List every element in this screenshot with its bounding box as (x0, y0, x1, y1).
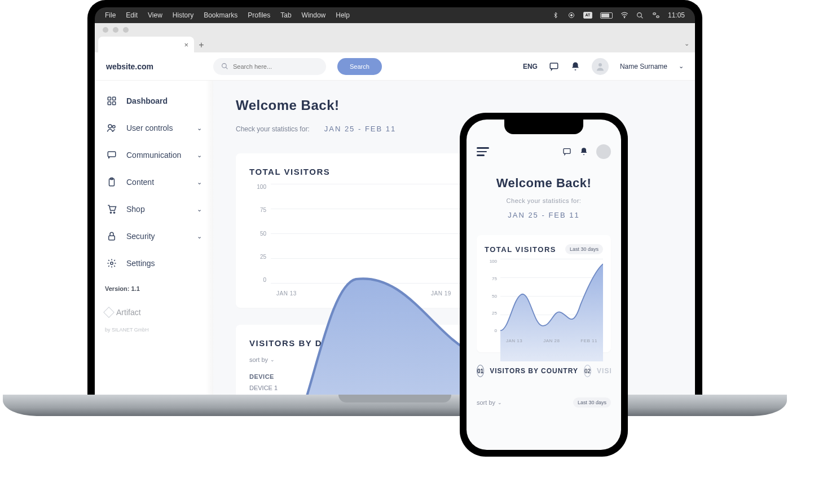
mac-menu-history[interactable]: History (173, 11, 193, 19)
sidebar-item-settings[interactable]: Settings (100, 250, 208, 277)
svg-rect-7 (550, 63, 558, 69)
cart-icon (106, 204, 117, 215)
close-tab-icon[interactable]: × (184, 41, 188, 49)
chevron-down-icon: ⌄ (498, 400, 502, 405)
svg-point-19 (113, 212, 115, 213)
range-pill[interactable]: Last 30 days (565, 244, 603, 254)
sort-by-label: sort by (249, 356, 268, 363)
lock-icon (106, 231, 117, 242)
y-tick: 50 (249, 231, 266, 237)
mac-menu-right: AT 11:05 (552, 11, 685, 19)
x-axis: JAN 13 JAN 28 FEB 11 (500, 338, 603, 343)
phone-inner: Welcome Back! Check your statistics for:… (467, 120, 621, 450)
search-button[interactable]: Search (337, 58, 382, 75)
control-center-icon[interactable] (652, 11, 660, 19)
messages-icon[interactable] (549, 61, 559, 72)
mac-menubar: File Edit View History Bookmarks Profile… (95, 7, 695, 23)
chevron-down-icon: ⌄ (197, 152, 202, 159)
search-input[interactable] (233, 63, 318, 70)
y-tick: 25 (485, 311, 497, 316)
new-tab-button[interactable]: + (194, 38, 209, 52)
area-chart (500, 259, 603, 361)
search-icon (221, 63, 228, 70)
svg-rect-9 (108, 97, 111, 100)
phone-sort-row: sort by ⌄ Last 30 days (477, 397, 611, 408)
y-axis: 100 75 50 25 0 (249, 184, 266, 283)
svg-rect-12 (113, 102, 116, 105)
mac-menu-bookmarks[interactable]: Bookmarks (204, 11, 237, 19)
topbar-right: ENG Name Surname ⌄ (523, 58, 684, 75)
browser-chrome: × + ⌄ (95, 23, 695, 52)
sidebar-item-label: Communication (126, 151, 181, 160)
sort-by-label: sort by (477, 399, 495, 406)
sidebar-item-security[interactable]: Security ⌄ (100, 223, 208, 250)
svg-point-14 (113, 126, 116, 129)
bluetooth-icon[interactable] (552, 11, 560, 19)
y-tick: 100 (249, 184, 266, 190)
clipboard-icon (106, 176, 117, 188)
stats-range[interactable]: JAN 25 - FEB 11 (318, 121, 403, 136)
mac-clock[interactable]: 11:05 (668, 11, 685, 19)
mac-menu-file[interactable]: File (105, 11, 116, 19)
mac-menu-window[interactable]: Window (302, 11, 326, 19)
notifications-icon[interactable] (570, 61, 580, 72)
mac-menu-tab[interactable]: Tab (280, 11, 291, 19)
record-icon[interactable] (567, 11, 575, 19)
sidebar-item-dashboard[interactable]: Dashboard (100, 87, 208, 114)
chart-total-visitors-mobile: 100 75 50 25 0 (485, 259, 603, 343)
phone-topbar-right (562, 144, 611, 159)
stats-range[interactable]: JAN 25 - FEB 11 (477, 211, 611, 219)
traffic-max[interactable] (123, 27, 129, 33)
y-tick: 50 (485, 294, 497, 299)
mac-menu-profiles[interactable]: Profiles (248, 11, 270, 19)
browser-tab[interactable]: × (98, 37, 194, 52)
svg-point-1 (570, 15, 572, 16)
svg-rect-4 (653, 13, 656, 15)
mac-menu-view[interactable]: View (148, 11, 162, 19)
mac-menu-help[interactable]: Help (336, 11, 350, 19)
language-switch[interactable]: ENG (523, 63, 538, 70)
range-pill[interactable]: Last 30 days (573, 397, 611, 408)
brand: website.com (106, 62, 202, 71)
mac-menu-edit[interactable]: Edit (126, 11, 138, 19)
product-by: by SILANET GmbH (105, 327, 149, 333)
stats-for-label: Check your statistics for: (236, 125, 310, 133)
y-tick: 0 (485, 328, 497, 333)
avatar[interactable] (596, 144, 611, 159)
section-01-badge[interactable]: 01 (477, 365, 484, 377)
sidebar-item-shop[interactable]: Shop ⌄ (100, 196, 208, 223)
sidebar-item-communication[interactable]: Communication ⌄ (100, 142, 208, 169)
menu-icon[interactable] (477, 147, 489, 156)
section-02-badge[interactable]: 02 (584, 365, 591, 377)
y-tick: 75 (485, 276, 497, 281)
battery-icon[interactable] (600, 12, 613, 19)
product-name: Artifact (116, 308, 141, 317)
wifi-icon[interactable] (621, 11, 628, 19)
phone-notch (504, 120, 583, 134)
product-brand: Artifact (105, 308, 149, 317)
x-tick: FEB 11 (580, 338, 597, 343)
card-title: TOTAL VISITORS (249, 167, 330, 176)
traffic-close[interactable] (103, 27, 108, 33)
sidebar: Dashboard User controls ⌄ Communication … (95, 81, 213, 400)
phone-card-total-visitors: TOTAL VISITORS Last 30 days 100 75 50 25… (477, 235, 611, 352)
tabs-dropdown-icon[interactable]: ⌄ (684, 40, 689, 47)
sidebar-item-content[interactable]: Content ⌄ (100, 169, 208, 196)
page-title: Welcome Back! (236, 98, 672, 113)
notifications-icon[interactable] (579, 147, 588, 156)
input-icon[interactable]: AT (583, 12, 592, 19)
avatar[interactable] (592, 58, 609, 75)
section-02-label[interactable]: VISI (597, 367, 611, 375)
chevron-down-icon: ⌄ (197, 233, 202, 240)
svg-point-6 (222, 64, 227, 68)
sidebar-item-user-controls[interactable]: User controls ⌄ (100, 114, 208, 142)
user-menu-chevron-icon[interactable]: ⌄ (679, 63, 684, 70)
traffic-min[interactable] (113, 27, 118, 33)
messages-icon[interactable] (562, 147, 571, 156)
x-tick: JAN 19 (431, 290, 451, 297)
section-01-label[interactable]: VISITORS BY COUNTRY (490, 367, 578, 375)
y-tick: 75 (249, 207, 266, 213)
sort-by[interactable]: sort by ⌄ (477, 399, 502, 406)
sidebar-item-label: Content (126, 178, 154, 187)
search-icon[interactable] (636, 11, 644, 19)
